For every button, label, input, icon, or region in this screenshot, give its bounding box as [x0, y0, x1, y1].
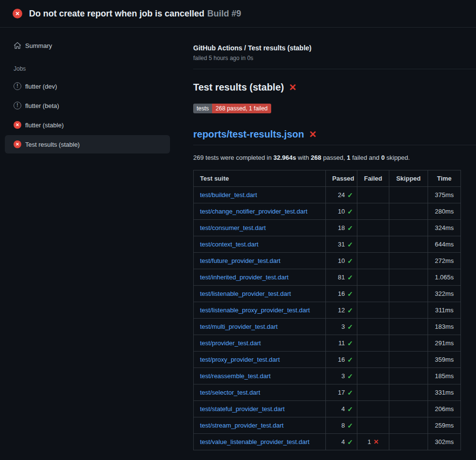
- check-icon: ✓: [347, 274, 353, 281]
- check-icon: ✓: [347, 323, 353, 330]
- time-cell: 311ms: [428, 302, 461, 319]
- run-status-line: failed 5 hours ago in 0s: [193, 55, 476, 61]
- report-file-link[interactable]: reports/test-results.json: [193, 129, 304, 140]
- skipped-cell: [389, 335, 428, 352]
- sidebar: Summary Jobs ! flutter (dev) ! flutter (…: [0, 28, 193, 460]
- test-suite-link[interactable]: test/builder_test.dart: [200, 191, 257, 199]
- table-row: test/context_test.dart 31✓ ✕ 644ms: [194, 236, 461, 253]
- test-suite-link[interactable]: test/listenable_proxy_provider_test.dart: [200, 307, 310, 314]
- table-row: test/selector_test.dart 17✓ ✕ 331ms: [194, 384, 461, 401]
- test-suite-link[interactable]: test/listenable_provider_test.dart: [200, 290, 291, 297]
- section-title: Test results (stable) ✕: [193, 82, 476, 93]
- breadcrumb: GitHub Actions / Test results (stable): [193, 44, 476, 52]
- job-label: flutter (beta): [25, 102, 59, 109]
- test-suite-link[interactable]: test/inherited_provider_test.dart: [200, 274, 289, 281]
- table-row: test/inherited_provider_test.dart 81✓ ✕ …: [194, 269, 461, 286]
- check-icon: ✓: [347, 291, 353, 297]
- test-suite-link[interactable]: test/future_provider_test.dart: [200, 257, 280, 264]
- test-suite-link[interactable]: test/stream_provider_test.dart: [200, 422, 284, 429]
- time-cell: 259ms: [428, 417, 461, 434]
- time-cell: 206ms: [428, 401, 461, 417]
- sidebar-item-summary[interactable]: Summary: [5, 36, 170, 55]
- table-header-row: Test suite Passed Failed Skipped Time: [194, 170, 461, 187]
- table-row: test/value_listenable_provider_test.dart…: [194, 434, 461, 450]
- passed-count: 4: [341, 405, 345, 413]
- skipped-cell: [389, 286, 428, 302]
- table-row: test/stateful_provider_test.dart 4✓ ✕ 20…: [194, 401, 461, 417]
- jobs-section-label: Jobs: [14, 65, 193, 72]
- skipped-cell: [389, 220, 428, 236]
- table-row: test/provider_test.dart 11✓ ✕ 291ms: [194, 335, 461, 352]
- failed-status-icon: ✕: [14, 121, 21, 129]
- sidebar-item-flutter-dev[interactable]: ! flutter (dev): [5, 77, 170, 95]
- summary-passed-count: 268: [311, 154, 322, 161]
- build-failed-status-icon: ✕: [13, 9, 22, 18]
- test-suite-link[interactable]: test/multi_provider_test.dart: [200, 323, 277, 330]
- test-suite-link[interactable]: test/value_listenable_provider_test.dart: [200, 438, 309, 445]
- sidebar-item-test-results-stable[interactable]: ✕ Test results (stable): [5, 135, 170, 153]
- passed-count: 16: [338, 356, 345, 363]
- summary-failed-count: 1: [347, 154, 350, 161]
- time-cell: 375ms: [428, 187, 461, 203]
- passed-count: 4: [341, 438, 345, 445]
- skipped-cell: [389, 236, 428, 253]
- check-icon: ✓: [347, 422, 353, 429]
- time-cell: 1.065s: [428, 269, 461, 286]
- check-icon: ✓: [347, 373, 353, 380]
- failed-status-icon: ✕: [14, 140, 21, 148]
- time-cell: 280ms: [428, 203, 461, 220]
- check-icon: ✓: [347, 192, 353, 199]
- passed-count: 8: [341, 422, 345, 429]
- failed-x-icon: ✕: [309, 129, 317, 140]
- sidebar-summary-label: Summary: [25, 42, 52, 49]
- test-suite-link[interactable]: test/provider_test.dart: [200, 339, 261, 347]
- passed-count: 18: [338, 224, 345, 231]
- build-title-text: Do not create report when job is cancell…: [29, 9, 204, 18]
- summary-part: 269 tests were completed in: [193, 154, 273, 161]
- test-suite-link[interactable]: test/context_test.dart: [200, 241, 259, 248]
- test-summary-line: 269 tests were completed in 32.964s with…: [193, 154, 476, 161]
- passed-count: 10: [338, 257, 345, 264]
- check-icon: ✓: [347, 406, 353, 413]
- test-suite-link[interactable]: test/proxy_provider_test.dart: [200, 356, 280, 363]
- test-results-table: Test suite Passed Failed Skipped Time te…: [193, 170, 461, 450]
- skipped-cell: [389, 352, 428, 368]
- column-header-time: Time: [428, 170, 461, 187]
- test-suite-link[interactable]: test/reassemble_test.dart: [200, 372, 271, 380]
- passed-count: 81: [338, 274, 345, 281]
- time-cell: 359ms: [428, 352, 461, 368]
- table-row: test/stream_provider_test.dart 8✓ ✕ 259m…: [194, 417, 461, 434]
- test-suite-link[interactable]: test/selector_test.dart: [200, 389, 260, 396]
- check-icon: ✓: [347, 356, 353, 363]
- summary-part: failed and: [351, 154, 382, 161]
- failed-count: 1: [368, 438, 371, 445]
- summary-duration: 32.964s: [273, 154, 296, 161]
- summary-part: with: [296, 154, 310, 161]
- test-suite-link[interactable]: test/consumer_test.dart: [200, 224, 266, 231]
- test-suite-link[interactable]: test/change_notifier_provider_test.dart: [200, 208, 307, 215]
- time-cell: 272ms: [428, 253, 461, 269]
- time-cell: 302ms: [428, 434, 461, 450]
- build-header: ✕ Do not create report when job is cance…: [0, 0, 476, 28]
- check-icon: ✓: [347, 439, 353, 445]
- section-title-text: Test results (stable): [193, 82, 284, 93]
- sidebar-item-flutter-beta[interactable]: ! flutter (beta): [5, 96, 170, 115]
- build-number: Build #9: [207, 9, 241, 18]
- column-header-test-suite: Test suite: [194, 170, 326, 187]
- passed-count: 16: [338, 290, 345, 297]
- main-content: GitHub Actions / Test results (stable) f…: [193, 28, 476, 460]
- job-label: flutter (dev): [25, 83, 57, 90]
- sidebar-item-flutter-stable[interactable]: ✕ flutter (stable): [5, 116, 170, 134]
- cross-icon: ✕: [373, 439, 379, 445]
- table-row: test/builder_test.dart 24✓ ✕ 375ms: [194, 187, 461, 203]
- home-icon: [14, 42, 21, 49]
- test-suite-link[interactable]: test/stateful_provider_test.dart: [200, 405, 285, 413]
- skipped-cell: [389, 269, 428, 286]
- passed-count: 17: [338, 389, 345, 396]
- passed-count: 12: [338, 307, 345, 314]
- skipped-cell: [389, 253, 428, 269]
- neutral-status-icon: !: [14, 102, 21, 109]
- skipped-cell: [389, 417, 428, 434]
- table-row: test/reassemble_test.dart 3✓ ✕ 185ms: [194, 368, 461, 384]
- skipped-cell: [389, 319, 428, 335]
